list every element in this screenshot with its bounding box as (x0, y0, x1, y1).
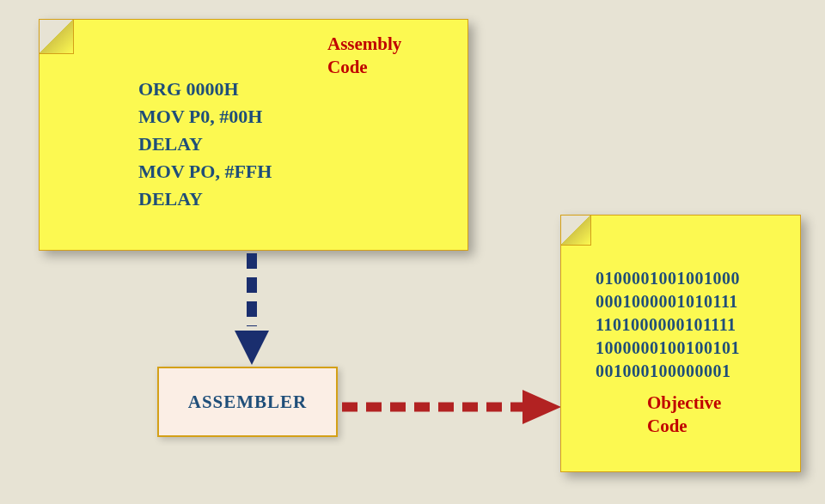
assembly-code-note: Assembly Code ORG 0000H MOV P0, #00H DEL… (39, 19, 468, 251)
objective-binary-content: 0100001001001000 0001000001010111 110100… (596, 267, 740, 383)
arrow-down-icon (230, 253, 273, 373)
arrow-right-icon (342, 386, 565, 432)
objective-code-note: 0100001001001000 0001000001010111 110100… (560, 215, 801, 472)
note-fold-icon (561, 216, 591, 246)
svg-marker-3 (522, 390, 561, 424)
assembly-code-content: ORG 0000H MOV P0, #00H DELAY MOV PO, #FF… (138, 76, 272, 212)
assembler-box: ASSEMBLER (157, 367, 338, 437)
objective-title: Objective Code (647, 392, 721, 439)
assembler-label: ASSEMBLER (188, 392, 308, 413)
note-fold-icon (40, 20, 74, 54)
assembly-title: Assembly Code (327, 33, 401, 80)
svg-marker-1 (235, 331, 269, 365)
